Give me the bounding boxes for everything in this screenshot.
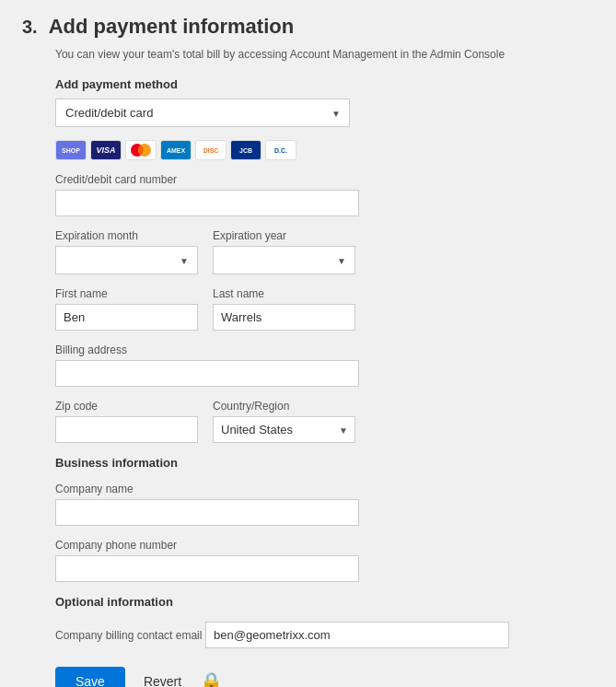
form-container: Add payment method Credit/debit card Pay… xyxy=(55,77,594,687)
revert-button[interactable]: Revert xyxy=(144,674,181,687)
company-name-label: Company name xyxy=(55,483,594,495)
stripe-icon: SHOP xyxy=(55,140,87,160)
expiration-month-select[interactable]: 010203 040506 070809 101112 xyxy=(55,246,198,274)
expiration-year-label: Expiration year xyxy=(213,229,355,242)
company-phone-label: Company phone number xyxy=(55,539,594,552)
step-description: You can view your team's total bill by a… xyxy=(55,48,594,61)
expiration-year-group: Expiration year 202420252026 20272028202… xyxy=(213,229,355,274)
country-group: Country/Region United States Canada Unit… xyxy=(213,400,355,443)
save-button[interactable]: Save xyxy=(55,667,125,687)
lock-icon: 🔒 xyxy=(200,670,223,687)
card-number-group: Credit/debit card number xyxy=(55,173,594,216)
zip-country-row: Zip code Country/Region United States Ca… xyxy=(55,400,594,443)
optional-section-label: Optional information xyxy=(55,595,594,609)
first-name-label: First name xyxy=(55,287,198,300)
company-name-input[interactable] xyxy=(55,499,359,526)
billing-address-input[interactable] xyxy=(55,360,359,387)
last-name-input[interactable] xyxy=(213,304,355,331)
payment-method-group: Add payment method Credit/debit card Pay… xyxy=(55,77,594,127)
expiration-year-select-wrapper: 202420252026 202720282029 xyxy=(213,246,355,274)
billing-contact-group: Company billing contact email xyxy=(55,622,594,648)
card-icons: SHOP VISA AMEX DISC JCB D.C. xyxy=(55,140,594,160)
expiration-month-label: Expiration month xyxy=(55,229,198,242)
payment-method-select-wrapper: Credit/debit card PayPal Invoice xyxy=(55,99,350,127)
last-name-group: Last name xyxy=(213,287,355,331)
expiration-year-select[interactable]: 202420252026 202720282029 xyxy=(213,246,355,274)
page-title: Add payment information xyxy=(49,15,294,39)
name-row: First name Last name xyxy=(55,287,594,331)
step-number: 3. xyxy=(22,17,38,38)
billing-address-label: Billing address xyxy=(55,344,594,356)
zip-code-label: Zip code xyxy=(55,400,198,413)
expiration-month-select-wrapper: 010203 040506 070809 101112 xyxy=(55,246,198,274)
company-phone-input[interactable] xyxy=(55,555,359,582)
amex-icon: AMEX xyxy=(160,140,192,160)
diners-icon: D.C. xyxy=(265,140,296,160)
step-header: 3. Add payment information xyxy=(22,15,594,39)
country-select[interactable]: United States Canada United Kingdom Aust… xyxy=(213,416,355,443)
country-select-wrapper: United States Canada United Kingdom Aust… xyxy=(213,416,355,443)
payment-method-label: Add payment method xyxy=(55,77,594,91)
billing-contact-label: Company billing contact email xyxy=(55,629,202,642)
button-row: Save Revert 🔒 xyxy=(55,667,594,687)
visa-icon: VISA xyxy=(90,140,122,160)
discover-icon: DISC xyxy=(195,140,227,160)
expiration-month-group: Expiration month 010203 040506 070809 10… xyxy=(55,229,198,274)
card-number-label: Credit/debit card number xyxy=(55,173,594,186)
last-name-label: Last name xyxy=(213,287,355,300)
first-name-input[interactable] xyxy=(55,304,198,331)
first-name-group: First name xyxy=(55,287,198,331)
jcb-icon: JCB xyxy=(230,140,262,160)
business-section-label: Business information xyxy=(55,456,594,470)
payment-method-select[interactable]: Credit/debit card PayPal Invoice xyxy=(55,99,350,127)
business-section: Business information xyxy=(55,456,594,470)
card-number-input[interactable] xyxy=(55,190,359,216)
company-name-group: Company name xyxy=(55,483,594,526)
zip-code-input[interactable] xyxy=(55,416,198,443)
company-phone-group: Company phone number xyxy=(55,539,594,582)
expiration-row: Expiration month 010203 040506 070809 10… xyxy=(55,229,594,274)
mastercard-icon xyxy=(125,140,157,160)
page-container: 3. Add payment information You can view … xyxy=(0,0,616,687)
zip-code-group: Zip code xyxy=(55,400,198,443)
optional-section: Optional information xyxy=(55,595,594,609)
billing-contact-input[interactable] xyxy=(205,622,509,648)
billing-address-group: Billing address xyxy=(55,344,594,387)
country-label: Country/Region xyxy=(213,400,355,413)
